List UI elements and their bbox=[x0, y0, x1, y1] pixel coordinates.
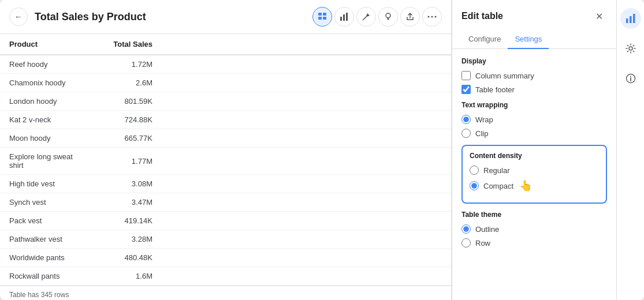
compact-radio-row: Compact 👆 bbox=[470, 179, 599, 192]
compact-radio[interactable] bbox=[470, 181, 479, 190]
svg-rect-2 bbox=[318, 17, 322, 20]
tab-settings[interactable]: Settings bbox=[508, 30, 549, 49]
settings-sidebar-button[interactable] bbox=[620, 38, 641, 59]
table-row: Chamonix hoody 2.6M bbox=[0, 74, 451, 92]
pin-button[interactable] bbox=[356, 7, 376, 27]
table-view-button[interactable] bbox=[312, 7, 332, 27]
data-table: Product Total Sales Reef hoody 1.72M Cha… bbox=[0, 34, 451, 286]
svg-rect-3 bbox=[323, 17, 326, 20]
svg-rect-4 bbox=[340, 17, 342, 21]
regular-radio[interactable] bbox=[470, 166, 479, 175]
svg-rect-15 bbox=[630, 16, 632, 23]
cell-sales: 3.47M bbox=[92, 193, 162, 212]
cell-product: Reef hoody bbox=[0, 55, 92, 74]
table-area: Product Total Sales Reef hoody 1.72M Cha… bbox=[0, 34, 451, 300]
column-summary-label[interactable]: Column summary bbox=[475, 72, 534, 80]
cell-sales: 3.08M bbox=[92, 175, 162, 193]
cell-sales: 480.48K bbox=[92, 249, 162, 267]
table-footer-checkbox[interactable] bbox=[461, 85, 471, 94]
back-button[interactable]: ← bbox=[9, 7, 28, 26]
cell-product: Moon hoody bbox=[0, 129, 92, 148]
svg-point-17 bbox=[629, 47, 632, 50]
outline-label[interactable]: Outline bbox=[475, 225, 499, 234]
table-row: Moon hoody 665.77K bbox=[0, 129, 451, 148]
chart-sidebar-button[interactable] bbox=[620, 8, 641, 29]
table-footer-label[interactable]: Table footer bbox=[475, 85, 515, 94]
cell-empty bbox=[162, 193, 451, 212]
svg-point-13 bbox=[435, 16, 437, 18]
cell-sales: 2.6M bbox=[92, 74, 162, 92]
wrap-radio[interactable] bbox=[461, 115, 471, 124]
cell-product: High tide vest bbox=[0, 175, 92, 193]
cell-sales: 1.6M bbox=[92, 267, 162, 286]
svg-rect-0 bbox=[318, 13, 322, 16]
header: ← Total Sales by Product bbox=[0, 0, 451, 34]
table-row: Pathwalker vest 3.28M bbox=[0, 230, 451, 249]
content-density-label: Content density bbox=[470, 152, 599, 160]
panel-tabs: Configure Settings bbox=[452, 30, 616, 49]
column-summary-checkbox[interactable] bbox=[461, 71, 471, 80]
cell-empty bbox=[162, 212, 451, 230]
more-options-button[interactable] bbox=[422, 7, 442, 27]
panel-header: Edit table ✕ bbox=[452, 0, 616, 24]
clip-radio-row: Clip bbox=[461, 129, 607, 138]
info-sidebar-button[interactable] bbox=[620, 68, 641, 89]
svg-rect-6 bbox=[346, 13, 348, 21]
regular-label[interactable]: Regular bbox=[483, 166, 510, 175]
table-row: Explore long sweat shirt 1.77M bbox=[0, 148, 451, 175]
close-panel-button[interactable]: ✕ bbox=[591, 8, 607, 24]
cell-sales: 1.72M bbox=[92, 55, 162, 74]
cell-empty bbox=[162, 92, 451, 111]
row-label[interactable]: Row bbox=[475, 239, 490, 247]
text-wrapping-label: Text wrapping bbox=[461, 101, 607, 109]
page-title: Total Sales by Product bbox=[35, 11, 306, 23]
table-row: Pack vest 419.14K bbox=[0, 212, 451, 230]
svg-rect-1 bbox=[323, 13, 326, 16]
cell-empty bbox=[162, 111, 451, 129]
cell-product: Pack vest bbox=[0, 212, 92, 230]
cell-product: Explore long sweat shirt bbox=[0, 148, 92, 175]
svg-rect-14 bbox=[626, 18, 628, 23]
insight-button[interactable] bbox=[378, 7, 398, 27]
cell-sales: 724.88K bbox=[92, 111, 162, 129]
outline-radio[interactable] bbox=[461, 224, 471, 234]
cell-empty bbox=[162, 230, 451, 249]
cell-product: Rockwall pants bbox=[0, 267, 92, 286]
panel-body: Display Column summary Table footer Text… bbox=[452, 49, 616, 300]
cell-sales: 419.14K bbox=[92, 212, 162, 230]
cell-empty bbox=[162, 148, 451, 175]
column-header-empty bbox=[162, 34, 451, 55]
column-header-sales: Total Sales bbox=[92, 34, 162, 55]
wrap-label[interactable]: Wrap bbox=[475, 115, 493, 124]
cell-product: Chamonix hoody bbox=[0, 74, 92, 92]
svg-line-7 bbox=[363, 18, 365, 20]
table-row: Reef hoody 1.72M bbox=[0, 55, 451, 74]
table-row: Worldwide pants 480.48K bbox=[0, 249, 451, 267]
share-button[interactable] bbox=[400, 7, 420, 27]
table-theme-label: Table theme bbox=[461, 211, 607, 219]
table-footer-row: Table footer bbox=[461, 85, 607, 94]
cell-empty bbox=[162, 55, 451, 74]
row-radio[interactable] bbox=[461, 238, 471, 247]
bar-chart-button[interactable] bbox=[334, 7, 354, 27]
compact-label[interactable]: Compact bbox=[483, 182, 513, 190]
clip-radio[interactable] bbox=[461, 129, 471, 138]
tab-configure[interactable]: Configure bbox=[461, 30, 508, 49]
panel-title: Edit table bbox=[461, 11, 503, 21]
edit-panel: Edit table ✕ Configure Settings Display … bbox=[452, 0, 616, 300]
table-row: London hoody 801.59K bbox=[0, 92, 451, 111]
cell-product: Worldwide pants bbox=[0, 249, 92, 267]
content-density-section: Content density Regular Compact 👆 bbox=[461, 145, 607, 204]
svg-rect-9 bbox=[387, 18, 389, 19]
column-summary-row: Column summary bbox=[461, 71, 607, 80]
table-row: Kat 2 v-neck 724.88K bbox=[0, 111, 451, 129]
main-content: ← Total Sales by Product bbox=[0, 0, 452, 300]
cell-empty bbox=[162, 267, 451, 286]
table-row: Synch vest 3.47M bbox=[0, 193, 451, 212]
svg-point-8 bbox=[386, 13, 390, 18]
cursor-hand-icon: 👆 bbox=[519, 179, 532, 192]
cell-sales: 801.59K bbox=[92, 92, 162, 111]
regular-radio-row: Regular bbox=[470, 166, 599, 175]
clip-label[interactable]: Clip bbox=[475, 129, 488, 138]
cell-empty bbox=[162, 74, 451, 92]
